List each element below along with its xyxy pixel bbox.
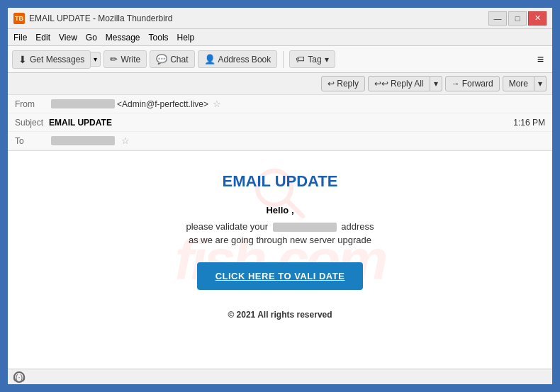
subject-row: Subject EMAIL UPDATE 1:16 PM xyxy=(8,113,552,132)
write-button[interactable]: ✏ Write xyxy=(103,50,147,68)
forward-icon: → xyxy=(452,79,460,89)
copyright-text: © 2021 All rights reserved xyxy=(36,310,524,320)
more-label: More xyxy=(509,79,528,89)
from-star-icon[interactable]: ☆ xyxy=(213,99,221,109)
chat-label: Chat xyxy=(170,55,188,65)
get-messages-label: Get Messages xyxy=(30,55,84,65)
app-icon: TB xyxy=(13,13,25,24)
write-label: Write xyxy=(121,55,140,65)
reply-all-button[interactable]: ↩↩ Reply All xyxy=(368,76,430,91)
window-controls: — □ ✕ xyxy=(488,11,547,26)
tag-dropdown-icon: ▾ xyxy=(325,55,329,65)
subject-label: Subject xyxy=(15,118,49,128)
reply-all-dropdown[interactable]: ▾ xyxy=(430,76,442,91)
chat-icon: 💬 xyxy=(156,54,167,65)
from-email: <Admin@f-perfectt.live> xyxy=(117,99,208,109)
hamburger-menu[interactable]: ≡ xyxy=(533,50,548,69)
more-dropdown[interactable]: ▾ xyxy=(534,76,547,91)
email-body: EMAIL UPDATE Hello , please validate you… xyxy=(8,151,552,341)
reply-all-icon: ↩↩ xyxy=(374,79,388,89)
reply-icon: ↩ xyxy=(327,79,335,89)
to-row: To ☆ xyxy=(8,132,552,150)
reply-all-label: Reply All xyxy=(391,79,424,89)
menu-bar: File Edit View Go Message Tools Help xyxy=(8,29,552,46)
status-symbol: ((·)) xyxy=(13,373,26,381)
menu-help[interactable]: Help xyxy=(177,33,195,43)
address-book-icon: 👤 xyxy=(204,54,215,65)
email-time: 1:16 PM xyxy=(513,118,545,128)
menu-edit[interactable]: Edit xyxy=(35,33,50,43)
email-hello: Hello , xyxy=(36,205,524,215)
close-button[interactable]: ✕ xyxy=(528,11,547,26)
reply-button[interactable]: ↩ Reply xyxy=(321,76,365,91)
email-address-blurred xyxy=(273,223,337,232)
to-value-blurred xyxy=(51,136,115,145)
forward-label: Forward xyxy=(462,79,493,89)
status-bar: ((·)) xyxy=(8,369,552,384)
forward-button[interactable]: → Forward xyxy=(445,76,500,91)
tag-button[interactable]: 🏷 Tag ▾ xyxy=(289,50,335,68)
reply-all-group: ↩↩ Reply All ▾ xyxy=(368,76,442,91)
from-label: From xyxy=(15,99,49,109)
email-line1: please validate your address xyxy=(36,221,524,232)
more-group: More ▾ xyxy=(503,76,547,91)
reply-label: Reply xyxy=(337,79,359,89)
email-body-title: EMAIL UPDATE xyxy=(36,172,524,191)
tag-icon: 🏷 xyxy=(296,54,305,65)
menu-go[interactable]: Go xyxy=(86,33,97,43)
from-row: From <Admin@f-perfectt.live> ☆ xyxy=(8,95,552,113)
menu-file[interactable]: File xyxy=(13,33,27,43)
toolbar: ⬇ Get Messages ▾ ✏ Write 💬 Chat 👤 Addres… xyxy=(8,46,552,73)
address-book-label: Address Book xyxy=(218,55,271,65)
menu-message[interactable]: Message xyxy=(106,33,140,43)
address-book-button[interactable]: 👤 Address Book xyxy=(198,50,278,68)
email-header: From <Admin@f-perfectt.live> ☆ Subject E… xyxy=(8,95,552,151)
to-label: To xyxy=(15,136,49,146)
more-button[interactable]: More xyxy=(503,76,534,91)
chat-button[interactable]: 💬 Chat xyxy=(150,50,194,68)
to-star-icon[interactable]: ☆ xyxy=(121,135,130,146)
email-actions-row: ↩ Reply ↩↩ Reply All ▾ → Forward More ▾ xyxy=(8,73,552,95)
get-messages-button[interactable]: ⬇ Get Messages xyxy=(12,50,91,69)
status-icon: ((·)) xyxy=(13,371,25,383)
menu-tools[interactable]: Tools xyxy=(149,33,169,43)
write-icon: ✏ xyxy=(110,54,118,65)
email-line2: as we are going through new server upgra… xyxy=(36,235,524,245)
maximize-button[interactable]: □ xyxy=(508,11,527,26)
get-messages-dropdown[interactable]: ▾ xyxy=(91,52,101,67)
subject-value: EMAIL UPDATE xyxy=(49,118,112,128)
line1-before: please validate your xyxy=(186,221,268,232)
title-bar: TB EMAIL UPDATE - Mozilla Thunderbird — … xyxy=(8,8,552,29)
toolbar-separator xyxy=(283,51,284,68)
email-content: fish.com EMAIL UPDATE Hello , please val… xyxy=(8,151,552,369)
validate-button[interactable]: CLICK HERE TO VALI DATE xyxy=(197,262,364,290)
get-messages-group: ⬇ Get Messages ▾ xyxy=(12,50,101,69)
from-name-blurred xyxy=(51,99,115,108)
tag-label: Tag xyxy=(308,55,321,65)
get-messages-icon: ⬇ xyxy=(18,54,27,65)
menu-view[interactable]: View xyxy=(59,33,77,43)
window-title: EMAIL UPDATE - Mozilla Thunderbird xyxy=(29,13,488,23)
minimize-button[interactable]: — xyxy=(488,11,507,26)
line1-after: address xyxy=(341,221,374,232)
